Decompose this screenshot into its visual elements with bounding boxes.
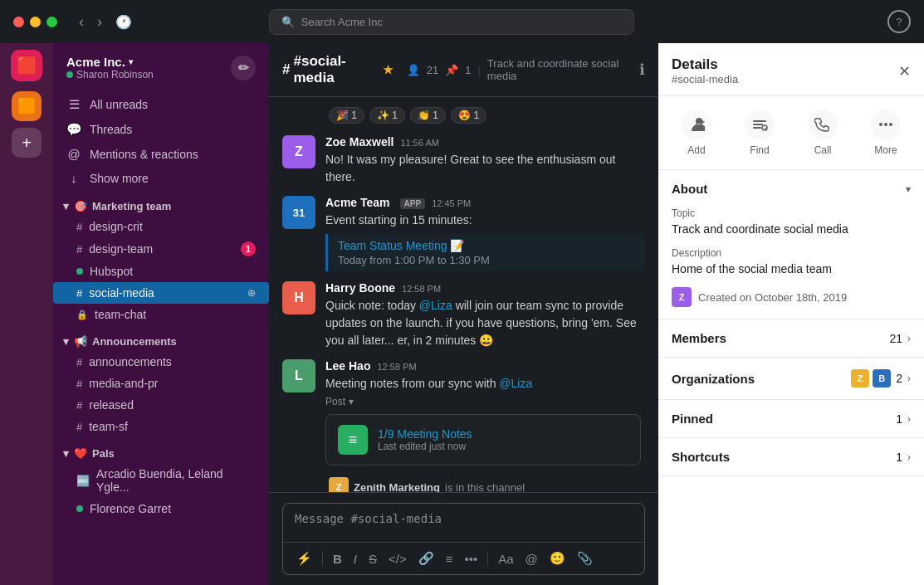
channel-item-team-sf[interactable]: # team-sf xyxy=(53,416,269,437)
action-call[interactable]: Call xyxy=(808,110,838,156)
forward-button[interactable]: › xyxy=(92,10,107,34)
quote-title[interactable]: Team Status Meeting 📝 xyxy=(338,239,635,252)
details-subtitle: #social-media xyxy=(672,73,738,85)
organizations-section: Organizations Z B 2 › xyxy=(658,358,924,400)
mention-liza2[interactable]: @Liza xyxy=(499,377,532,390)
channel-header: # #social-media ★ 👤 21 📌 1 | Track and c… xyxy=(269,43,658,97)
workspace-chevron-icon: ▾ xyxy=(129,57,133,66)
sender-acme[interactable]: Acme Team xyxy=(325,196,390,209)
org-badges: Z B xyxy=(851,369,891,388)
members-arrow-icon: › xyxy=(907,333,911,344)
organizations-section-header[interactable]: Organizations Z B 2 › xyxy=(658,358,924,399)
close-details-button[interactable]: ✕ xyxy=(898,62,911,80)
org-badge-z: Z xyxy=(851,369,869,388)
maximize-traffic-light[interactable] xyxy=(46,17,57,27)
nav-item-mentions[interactable]: @ Mentions & reactions xyxy=(53,142,269,166)
close-traffic-light[interactable] xyxy=(13,17,24,27)
reaction-party[interactable]: 🎉 1 xyxy=(329,107,364,124)
lightning-button[interactable]: ⚡ xyxy=(291,548,317,569)
group-arrow-icon: ▾ xyxy=(63,335,69,348)
nav-item-threads[interactable]: 💬 Threads xyxy=(53,117,269,142)
messages-list: 🎉 1 ✨ 1 👏 1 😍 1 Z Zoe Maxwell 11:56 AM N… xyxy=(269,97,658,492)
online-dot-icon xyxy=(76,505,83,512)
workspace-name[interactable]: Acme Inc. ▾ xyxy=(66,55,154,69)
channel-item-announcements[interactable]: # announcements xyxy=(53,351,269,373)
bold-button[interactable]: B xyxy=(328,548,347,569)
star-icon[interactable]: ★ xyxy=(383,63,394,76)
add-workspace-button[interactable]: + xyxy=(12,128,42,158)
text-zoe: No! It was my pleasure! Great to see the… xyxy=(325,151,645,186)
group-header-pals[interactable]: ▾ ❤️ Pals xyxy=(53,441,269,463)
input-box: ⚡ B I S </> 🔗 ≡ ••• Aa @ 🙂 📎 xyxy=(282,503,645,575)
organizations-arrow-icon: › xyxy=(907,373,911,384)
search-input[interactable] xyxy=(301,16,622,28)
details-panel: Details #social-media ✕ Add xyxy=(658,43,924,585)
channel-item-media-and-pr[interactable]: # media-and-pr xyxy=(53,373,269,394)
help-button[interactable]: ? xyxy=(887,10,911,33)
channel-item-released[interactable]: # released xyxy=(53,394,269,416)
zenith-bar: Z Zenith Marketing is in this channel xyxy=(269,470,658,492)
history-button[interactable]: 🕐 xyxy=(110,10,137,34)
nav-item-all-unreads[interactable]: ☰ All unreads xyxy=(53,92,269,117)
hash-icon: # xyxy=(76,243,82,256)
lock-icon: 🔒 xyxy=(76,310,88,320)
info-button[interactable]: ℹ xyxy=(639,61,645,79)
code-button[interactable]: </> xyxy=(384,548,412,569)
text-size-button[interactable]: Aa xyxy=(493,548,518,569)
post-attachment[interactable]: ≡ 1/9 Meeting Notes Last edited just now xyxy=(325,414,641,466)
channel-item-design-crit[interactable]: # design-crit xyxy=(53,216,269,237)
link-button[interactable]: 🔗 xyxy=(413,548,439,569)
action-find[interactable]: Find xyxy=(745,110,775,156)
channel-item-team-chat[interactable]: 🔒 team-chat xyxy=(53,304,269,325)
channel-item-hubspot[interactable]: Hubspot xyxy=(53,261,269,282)
about-section-header[interactable]: About ▾ xyxy=(658,170,924,207)
reaction-sparkle[interactable]: ✨ 1 xyxy=(369,107,405,124)
channel-item-design-team[interactable]: # design-team 1 xyxy=(53,237,269,261)
message-input[interactable] xyxy=(283,504,644,539)
pin-icon: 📌 xyxy=(445,64,458,76)
rail-icon-orange[interactable]: 🟧 xyxy=(12,91,42,121)
reaction-heart-eyes[interactable]: 😍 1 xyxy=(451,107,486,124)
attach-button[interactable]: 📎 xyxy=(572,548,598,569)
mentions-icon: @ xyxy=(66,147,81,161)
post-label[interactable]: Post ▾ xyxy=(325,396,645,407)
threads-icon: 💬 xyxy=(66,122,81,137)
sender-harry[interactable]: Harry Boone xyxy=(325,281,395,295)
channel-item-arcadio[interactable]: 🔤 Arcadio Buendia, Leland Ygle... xyxy=(53,463,269,498)
creator-avatar: Z xyxy=(672,287,692,307)
toolbar-separator2 xyxy=(487,551,488,566)
channel-group-pals: ▾ ❤️ Pals 🔤 Arcadio Buendia, Leland Ygle… xyxy=(53,441,269,519)
workspace-icon[interactable]: 🟥 xyxy=(11,50,42,81)
shortcuts-arrow-icon: › xyxy=(907,451,911,463)
channel-item-florence[interactable]: Florence Garret xyxy=(53,498,269,519)
sidebar-nav: ☰ All unreads 💬 Threads @ Mentions & rea… xyxy=(53,89,269,193)
compose-button[interactable]: ✏ xyxy=(231,56,256,80)
pinned-section-header[interactable]: Pinned 1 › xyxy=(658,400,924,437)
minimize-traffic-light[interactable] xyxy=(30,17,41,27)
list-button[interactable]: ≡ xyxy=(441,548,458,569)
group-header-announcements[interactable]: ▾ 📢 Announcements xyxy=(53,329,269,351)
more-format-button[interactable]: ••• xyxy=(459,548,482,569)
channel-item-social-media[interactable]: # social-media ⊕ xyxy=(53,282,269,304)
channel-name: # #social-media ★ xyxy=(282,53,394,86)
emoji-button[interactable]: 🙂 xyxy=(545,548,570,569)
members-section-header[interactable]: Members 21 › xyxy=(658,319,924,357)
mention-button[interactable]: @ xyxy=(521,548,543,569)
mention-liza[interactable]: @Liza xyxy=(419,299,452,312)
sidebar-channels: ▾ 🎯 Marketing team # design-crit # desig… xyxy=(53,193,269,585)
action-more[interactable]: More xyxy=(871,110,901,156)
reaction-clap[interactable]: 👏 1 xyxy=(410,107,446,124)
shortcuts-section-header[interactable]: Shortcuts 1 › xyxy=(658,438,924,475)
online-status-dot xyxy=(66,71,73,78)
italic-button[interactable]: I xyxy=(349,548,362,569)
strikethrough-button[interactable]: S xyxy=(364,548,382,569)
nav-item-show-more[interactable]: ↓ Show more xyxy=(53,166,269,190)
back-button[interactable]: ‹ xyxy=(74,10,89,34)
sender-zoe[interactable]: Zoe Maxwell xyxy=(325,135,394,149)
sender-lee[interactable]: Lee Hao xyxy=(325,359,370,373)
action-add[interactable]: Add xyxy=(682,110,711,156)
time-zoe: 11:56 AM xyxy=(400,138,438,148)
shortcuts-title: Shortcuts xyxy=(672,450,730,464)
group-header-marketing[interactable]: ▾ 🎯 Marketing team xyxy=(53,193,269,216)
search-bar[interactable]: 🔍 xyxy=(269,9,634,35)
